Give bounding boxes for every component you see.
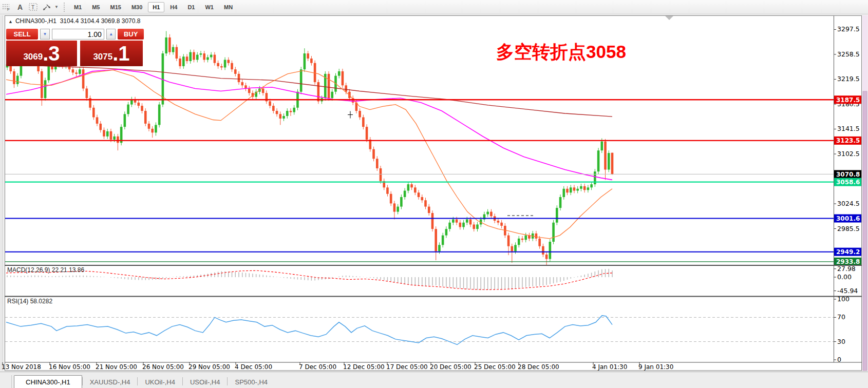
cursor-dropdown-arrow[interactable]: ▼ [54, 5, 59, 9]
sell-price-main: 3069 [23, 52, 43, 62]
timeframe-button-h4[interactable]: H4 [165, 2, 182, 12]
timeframe-button-m15[interactable]: M15 [105, 2, 125, 12]
svg-text:0: 0 [837, 356, 841, 363]
svg-text:16 Nov 05:00: 16 Nov 05:00 [49, 363, 90, 371]
chart-tab-xauusd-h4[interactable]: XAUUSD-,H4 [83, 376, 138, 388]
svg-text:13 Nov 2018: 13 Nov 2018 [2, 363, 41, 371]
svg-text:28 Dec 05:00: 28 Dec 05:00 [518, 363, 559, 371]
timeframe-button-m5[interactable]: M5 [87, 2, 104, 12]
svg-text:4 Jan 01:30: 4 Jan 01:30 [592, 363, 627, 371]
svg-text:100: 100 [837, 295, 850, 303]
chart-ohlc-readout: 3104.4 3104.4 3069.8 3070.8 [60, 17, 141, 25]
svg-text:20 Dec 05:00: 20 Dec 05:00 [430, 363, 471, 371]
chart-title-bar: ▲CHINA300-,H1 3104.4 3104.4 3069.8 3070.… [8, 17, 140, 25]
chart-tab-ukoil-h4[interactable]: UKOil-,H4 [138, 376, 182, 388]
chart-tab-usoil-h4[interactable]: USOil-,H4 [183, 376, 228, 388]
svg-text:3141.5: 3141.5 [837, 125, 860, 132]
svg-text:12 Dec 05:00: 12 Dec 05:00 [343, 363, 385, 371]
one-click-trade-panel: SELL ▼ ▲ BUY 3069.3 3075.1 [6, 29, 144, 66]
timeframe-button-h1[interactable]: H1 [148, 2, 164, 12]
svg-text:3297.5: 3297.5 [837, 25, 860, 33]
chart-tab-china300-h1[interactable]: CHINA300-,H1 [14, 375, 82, 388]
svg-text:70: 70 [837, 313, 845, 321]
svg-text:T: T [31, 5, 34, 10]
tab-scroll-grip[interactable] [0, 375, 12, 388]
volume-increase-button[interactable]: ▲ [106, 29, 116, 40]
svg-text:2985.5: 2985.5 [837, 225, 860, 232]
timeframe-button-m30[interactable]: M30 [127, 2, 147, 12]
svg-text:0.00: 0.00 [837, 273, 852, 281]
svg-text:3123.5: 3123.5 [836, 137, 860, 144]
volume-decrease-button[interactable]: ▼ [40, 29, 50, 40]
svg-text:3102.5: 3102.5 [837, 150, 860, 158]
svg-text:3058.6: 3058.6 [836, 179, 860, 186]
svg-text:F: F [7, 7, 10, 11]
timeframe-button-m1[interactable]: M1 [69, 2, 86, 12]
volume-input[interactable] [52, 29, 104, 40]
svg-text:-45.94: -45.94 [837, 287, 858, 295]
svg-text:3024.5: 3024.5 [837, 200, 860, 207]
cursor-mode-icon[interactable] [40, 2, 53, 13]
svg-text:4 Dec 05:00: 4 Dec 05:00 [235, 363, 272, 371]
buy-button[interactable]: BUY [118, 29, 144, 40]
sell-button[interactable]: SELL [6, 29, 38, 40]
svg-text:7 Dec 05:00: 7 Dec 05:00 [299, 363, 336, 371]
fibonacci-grid-icon[interactable]: F [0, 2, 13, 13]
svg-text:26 Nov 05:00: 26 Nov 05:00 [142, 363, 184, 371]
timeframe-button-d1[interactable]: D1 [183, 2, 199, 12]
macd-indicator-label: MACD(12,26,9) 22.21 13.86 [7, 266, 84, 274]
toolbar-separator [64, 3, 65, 12]
svg-text:3219.5: 3219.5 [837, 75, 860, 83]
sell-price-fraction: .3 [43, 43, 60, 64]
svg-text:30: 30 [837, 338, 845, 345]
timeframe-group: M1M5M15M30H1H4D1W1MN [69, 2, 238, 12]
buy-price-fraction: .1 [112, 43, 129, 64]
rsi-indicator-label: RSI(14) 58.0282 [7, 298, 52, 305]
svg-text:25 Dec 05:00: 25 Dec 05:00 [474, 363, 516, 371]
sell-price-display[interactable]: 3069.3 [6, 41, 77, 66]
chart-symbol-title: CHINA300-,H1 [15, 17, 56, 25]
timeframe-button-mn[interactable]: MN [219, 2, 237, 12]
svg-text:3187.5: 3187.5 [836, 96, 860, 104]
toolbar: F A T ▼ M1M5M15M30H1H4D1W1MN [0, 0, 868, 14]
text-label-icon[interactable]: T [27, 2, 40, 13]
svg-text:17 Dec 05:00: 17 Dec 05:00 [386, 363, 428, 371]
chart-tab-bar: CHINA300-,H1XAUUSD-,H4UKOil-,H4USOil-,H4… [0, 372, 868, 388]
svg-text:3258.5: 3258.5 [837, 50, 860, 58]
chart-tab-sp500-h4[interactable]: SP500-,H4 [228, 376, 275, 388]
vertical-scrollbar-thumb[interactable] [863, 91, 867, 371]
svg-text:3070.8: 3070.8 [836, 171, 860, 178]
text-annotation-icon[interactable]: A [13, 2, 27, 13]
chart-annotation-text: 多空转折点3058 [496, 40, 626, 64]
timeframe-button-w1[interactable]: W1 [200, 2, 218, 12]
svg-text:9 Jan 01:30: 9 Jan 01:30 [638, 363, 673, 371]
svg-text:2949.2: 2949.2 [836, 248, 860, 256]
buy-price-display[interactable]: 3075.1 [80, 41, 143, 66]
svg-text:27.98: 27.98 [837, 265, 856, 273]
svg-text:29 Nov 05:00: 29 Nov 05:00 [188, 363, 230, 371]
panel-collapse-icon[interactable]: ▲ [8, 19, 13, 24]
svg-text:3001.6: 3001.6 [836, 215, 860, 222]
buy-price-main: 3075 [93, 52, 112, 62]
svg-text:21 Nov 05:00: 21 Nov 05:00 [96, 363, 137, 371]
